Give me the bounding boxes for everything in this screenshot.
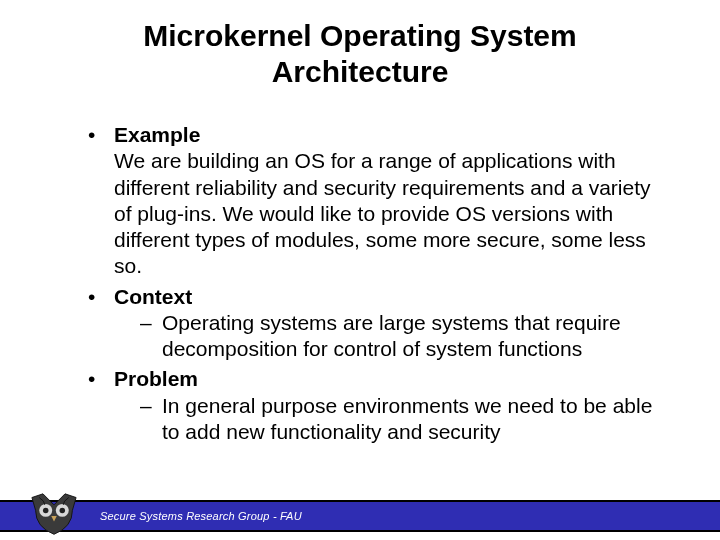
svg-point-3 <box>60 508 66 514</box>
svg-point-2 <box>43 508 49 514</box>
footer-text: Secure Systems Research Group - FAU <box>100 510 302 522</box>
bullet-example: Example We are building an OS for a rang… <box>88 122 660 280</box>
slide: Microkernel Operating System Architectur… <box>0 0 720 540</box>
bullet-head: Problem <box>114 367 198 390</box>
sub-bullet: Operating systems are large systems that… <box>140 310 660 363</box>
sub-list: Operating systems are large systems that… <box>114 310 660 363</box>
slide-title: Microkernel Operating System Architectur… <box>0 0 720 90</box>
sub-bullet: In general purpose environments we need … <box>140 393 660 446</box>
bullet-list: Example We are building an OS for a rang… <box>88 122 660 445</box>
bullet-problem: Problem In general purpose environments … <box>88 366 660 445</box>
bullet-context: Context Operating systems are large syst… <box>88 284 660 363</box>
slide-body: Example We are building an OS for a rang… <box>0 90 720 445</box>
bullet-head: Example <box>114 123 200 146</box>
bullet-head: Context <box>114 285 192 308</box>
footer-bar: Secure Systems Research Group - FAU <box>0 500 720 532</box>
owl-logo-icon <box>26 492 82 538</box>
sub-list: In general purpose environments we need … <box>114 393 660 446</box>
bullet-paragraph: We are building an OS for a range of app… <box>114 148 660 279</box>
